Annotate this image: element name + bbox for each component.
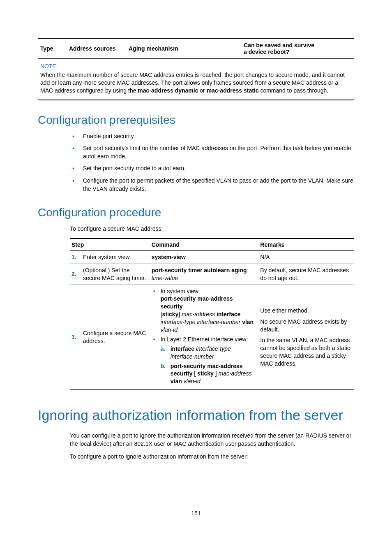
heading-ignoring-authorization: Ignoring authorization information from … bbox=[38, 407, 354, 424]
param-interface-type-number: interface-type interface-number bbox=[161, 319, 241, 325]
remarks-cell: By default, secure MAC addresses do not … bbox=[260, 266, 353, 282]
remarks-p1: Use either method. bbox=[260, 307, 353, 315]
text-in-l2-view: In Layer 2 Ethernet interface view: bbox=[161, 336, 248, 343]
param-vlan-id-2: vlan-id bbox=[182, 378, 201, 385]
procedure-intro: To configure a secure MAC address: bbox=[70, 225, 354, 233]
command-cell: port-security timer autolearn aging time… bbox=[152, 266, 261, 282]
list-item: Configure the port to permit packets of … bbox=[70, 177, 354, 193]
cmd-interface: interface bbox=[171, 345, 194, 352]
note-block: NOTE: When the maximum number of secure … bbox=[38, 59, 354, 100]
table-row: 3. Configure a secure MAC address. In sy… bbox=[70, 285, 354, 390]
remarks-p2: No secure MAC address exists by default. bbox=[260, 318, 353, 334]
substep-a: a. interface interface-type interface-nu… bbox=[161, 345, 256, 361]
procedure-table: Step Command Remarks 1. Enter system vie… bbox=[70, 238, 354, 390]
remarks-cell: Use either method. No secure MAC address… bbox=[260, 307, 353, 368]
heading-configuration-prerequisites: Configuration prerequisites bbox=[38, 114, 354, 127]
cmd-port-security-mac: port-security mac-address security bbox=[161, 295, 233, 310]
param-mac-address-2: mac-address bbox=[218, 370, 251, 377]
list-item: Set the port security mode to autoLearn. bbox=[70, 165, 354, 173]
secure-mac-types-table: Type Address sources Aging mechanism Can… bbox=[38, 38, 354, 100]
list-item: Set port security's limit on the number … bbox=[70, 144, 354, 160]
note-text-part2: or bbox=[198, 87, 206, 94]
note-bold-dynamic: mac-address dynamic bbox=[138, 87, 198, 94]
col-command: Command bbox=[152, 241, 261, 248]
substep-marker-a: a. bbox=[161, 345, 166, 353]
note-bold-static: mac-address static bbox=[207, 87, 259, 94]
cmd-sticky: sticky bbox=[162, 311, 179, 317]
substep-b: b. port-security mac-address security [ … bbox=[161, 362, 256, 386]
ignore-paragraph-2: To configure a port to ignore authorizat… bbox=[70, 453, 354, 461]
col-remarks: Remarks bbox=[260, 241, 353, 248]
command-bullet-l2-view: In Layer 2 Ethernet interface view: a. i… bbox=[152, 336, 256, 385]
cmd-interface-kw: interface bbox=[215, 311, 240, 317]
remarks-p3: In the same VLAN, a MAC address cannot b… bbox=[260, 336, 353, 368]
command-bullet-system-view: In system view: port-security mac-addres… bbox=[152, 287, 256, 334]
procedure-table-header: Step Command Remarks bbox=[70, 239, 354, 251]
ignore-paragraph-1: You can configure a port to ignore the a… bbox=[70, 432, 354, 448]
bracket-close: ] bbox=[178, 311, 182, 317]
param-vlan-id: vlan-id bbox=[161, 327, 178, 333]
bracket-open-2: [ bbox=[192, 370, 197, 377]
step-number: 2. bbox=[71, 270, 83, 278]
remarks-cell: N/A bbox=[260, 253, 353, 261]
col-type: Type bbox=[40, 45, 69, 52]
cmd-vlan-kw-2: vlan bbox=[171, 378, 182, 385]
cmd-vlan-kw: vlan bbox=[240, 319, 254, 325]
list-item: Enable port security. bbox=[70, 132, 354, 141]
step-description: (Optional.) Set the secure MAC aging tim… bbox=[83, 266, 148, 282]
step-number: 3. bbox=[71, 333, 83, 341]
heading-configuration-procedure: Configuration procedure bbox=[38, 206, 354, 219]
step-cell: 3. Configure a secure MAC address. bbox=[71, 329, 152, 345]
command-param-time-value: time-value bbox=[152, 275, 178, 281]
table-header-row: Type Address sources Aging mechanism Can… bbox=[38, 39, 354, 59]
col-can-be-saved: Can be saved and survive a device reboot… bbox=[244, 42, 320, 55]
command-cell: system-view bbox=[152, 253, 261, 261]
page-number: 151 bbox=[0, 510, 392, 517]
col-address-sources: Address sources bbox=[69, 45, 129, 52]
substep-marker-b: b. bbox=[161, 362, 166, 370]
table-row: 2. (Optional.) Set the secure MAC aging … bbox=[70, 264, 354, 285]
col-aging-mechanism: Aging mechanism bbox=[129, 45, 244, 52]
col-step: Step bbox=[71, 241, 152, 248]
prerequisites-list: Enable port security. Set port security'… bbox=[70, 132, 354, 193]
command-cell: In system view: port-security mac-addres… bbox=[152, 287, 261, 387]
command-autolearn-aging: port-security timer autolearn aging bbox=[152, 267, 247, 273]
step-description: Enter system view. bbox=[83, 253, 131, 261]
cmd-sticky-2: sticky bbox=[197, 370, 214, 377]
note-text-part3: command to pass through. bbox=[259, 87, 329, 94]
step-cell: 2. (Optional.) Set the secure MAC aging … bbox=[71, 266, 152, 282]
step-description: Configure a secure MAC address. bbox=[83, 329, 148, 345]
bracket-close-2: ] bbox=[214, 370, 219, 377]
table-row: 1. Enter system view. system-view N/A bbox=[70, 251, 354, 264]
note-label: NOTE: bbox=[40, 63, 352, 70]
param-mac-address: mac-address bbox=[182, 311, 215, 317]
command-system-view: system-view bbox=[152, 254, 186, 260]
step-cell: 1. Enter system view. bbox=[71, 253, 152, 261]
text-in-system-view: In system view: bbox=[161, 288, 200, 294]
step-number: 1. bbox=[71, 253, 83, 261]
note-text: When the maximum number of secure MAC ad… bbox=[40, 71, 352, 95]
